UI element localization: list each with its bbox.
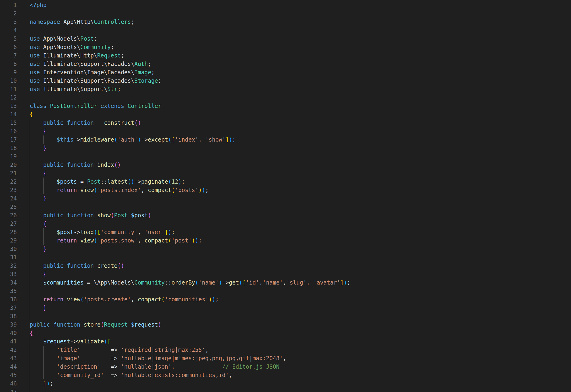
line-number: 32 [0, 262, 17, 270]
code-token: } [43, 305, 46, 311]
code-line[interactable]: 47 [0, 388, 571, 392]
code-token: except [148, 136, 168, 143]
code-line[interactable]: 5use App\Models\Post; [0, 35, 571, 43]
code-token: show [97, 212, 111, 219]
code-token: <?php [30, 2, 46, 8]
code-line[interactable]: 17 $this->middleware('auth')->except(['i… [0, 136, 571, 144]
code-line[interactable]: 40{ [0, 329, 571, 337]
indent-guide [30, 169, 30, 178]
code-line[interactable]: 16 { [0, 127, 571, 136]
code-token: :: [100, 179, 107, 185]
code-token: ( [80, 296, 84, 303]
code-token: ) [178, 179, 182, 185]
code-token [77, 187, 80, 194]
code-line[interactable]: 43 'image' => 'nullable|image|mimes:jpeg… [0, 354, 571, 363]
code-token: ( [239, 280, 242, 286]
code-line[interactable]: 38 [0, 312, 571, 321]
code-line[interactable]: 4 [0, 26, 571, 35]
indent-guide [30, 127, 30, 136]
code-token: [ [107, 338, 111, 345]
code-line[interactable]: 33 { [0, 270, 571, 279]
code-token: compact [138, 296, 161, 303]
code-line[interactable]: 27 { [0, 220, 571, 228]
line-number: 21 [0, 169, 17, 178]
code-line[interactable]: 3namespace App\Http\Controllers; [0, 18, 571, 26]
code-line[interactable]: 15 public function __construct() [0, 119, 571, 127]
code-line[interactable]: 1<?php [0, 1, 571, 9]
code-line[interactable]: 18 } [0, 144, 571, 152]
code-line[interactable]: 26 public function show(Post $post) [0, 211, 571, 220]
code-line[interactable]: 11use Illuminate\Support\Str; [0, 85, 571, 93]
code-token: () [114, 162, 121, 168]
code-token: , [199, 136, 205, 143]
code-line[interactable]: 23 return view('posts.index', compact('p… [0, 186, 571, 194]
line-number: 5 [0, 35, 17, 43]
code-token: 'avatar' [313, 280, 340, 286]
code-token: ) [138, 136, 141, 143]
code-line[interactable]: 7use Illuminate\Http\Request; [0, 51, 571, 60]
line-number: 10 [0, 77, 17, 85]
code-line[interactable]: 22 $posts = Post::latest()->paginate(12)… [0, 178, 571, 186]
code-line[interactable]: 42 'title' => 'required|string|max:255', [0, 346, 571, 354]
line-number: 6 [0, 43, 17, 51]
code-line-content: public function store(Request $request) [30, 321, 161, 329]
indent-guide [30, 354, 30, 363]
code-line-content: <?php [30, 1, 46, 9]
line-number: 26 [0, 211, 17, 220]
indent-guide [30, 211, 30, 220]
code-line[interactable]: 12 [0, 93, 571, 102]
code-line[interactable]: 8use Illuminate\Support\Facades\Auth; [0, 60, 571, 68]
code-line-content: return view('posts.create', compact('com… [30, 295, 219, 304]
code-token: view [80, 237, 94, 244]
code-line[interactable]: 35 [0, 287, 571, 295]
line-number: 17 [0, 136, 17, 144]
code-line-content: { [30, 329, 33, 337]
code-line[interactable]: 9use Intervention\Image\Facades\Image; [0, 68, 571, 77]
code-token: $request [131, 322, 158, 328]
code-token: , [229, 372, 232, 378]
code-line[interactable]: 39public function store(Request $request… [0, 321, 571, 329]
code-line[interactable]: 46 ]); [0, 379, 571, 388]
code-line[interactable]: 24 } [0, 194, 571, 203]
code-token: ; [347, 280, 350, 286]
code-line[interactable]: 45 'community_id' => 'nullable|exists:co… [0, 371, 571, 379]
code-line[interactable]: 19 [0, 152, 571, 161]
code-token: :: [165, 280, 171, 286]
code-token: ; [158, 78, 161, 84]
code-line[interactable]: 29 return view('posts.show', compact('po… [0, 237, 571, 245]
code-editor[interactable]: 1<?php23namespace App\Http\Controllers;4… [0, 0, 571, 392]
line-number: 40 [0, 329, 17, 337]
code-line[interactable]: 28 $post->load(['community', 'user']); [0, 228, 571, 237]
code-line-content: { [30, 220, 46, 228]
line-number: 23 [0, 186, 17, 194]
code-token: 'nullable|image|mimes:jpeg,png,jpg,gif|m… [121, 355, 283, 362]
code-line[interactable]: 20 public function index() [0, 161, 571, 169]
code-line[interactable]: 37 } [0, 304, 571, 312]
line-number: 3 [0, 18, 17, 26]
code-line-content: namespace App\Http\Controllers; [30, 18, 134, 26]
line-number: 44 [0, 363, 17, 371]
code-line[interactable]: 21 { [0, 169, 571, 178]
code-line[interactable]: 30 } [0, 245, 571, 253]
code-line[interactable]: 41 $request->validate([ [0, 337, 571, 346]
code-line[interactable]: 25 [0, 203, 571, 211]
code-line[interactable]: 36 return view('posts.create', compact('… [0, 295, 571, 304]
code-line[interactable]: 14{ [0, 110, 571, 119]
code-token: ] [340, 280, 343, 286]
code-token: ) [344, 280, 347, 286]
code-token: use [30, 69, 40, 76]
code-line[interactable]: 44 'description' => 'nullable|json', // … [0, 363, 571, 371]
code-line[interactable]: 13class PostController extends Controlle… [0, 102, 571, 110]
code-line[interactable]: 2 [0, 9, 571, 18]
line-number: 14 [0, 110, 17, 119]
code-token: { [43, 170, 46, 177]
code-line[interactable]: 10use Illuminate\Support\Facades\Storage… [0, 77, 571, 85]
code-token: 'required|string|max:255' [121, 347, 205, 353]
code-token: $communities [43, 280, 84, 286]
code-token [30, 212, 43, 219]
code-token [94, 212, 97, 219]
code-line[interactable]: 32 public function create() [0, 262, 571, 270]
code-line[interactable]: 34 $communities = \App\Models\Community:… [0, 279, 571, 287]
code-line[interactable]: 6use App\Models\Community; [0, 43, 571, 51]
code-line[interactable]: 31 [0, 253, 571, 262]
